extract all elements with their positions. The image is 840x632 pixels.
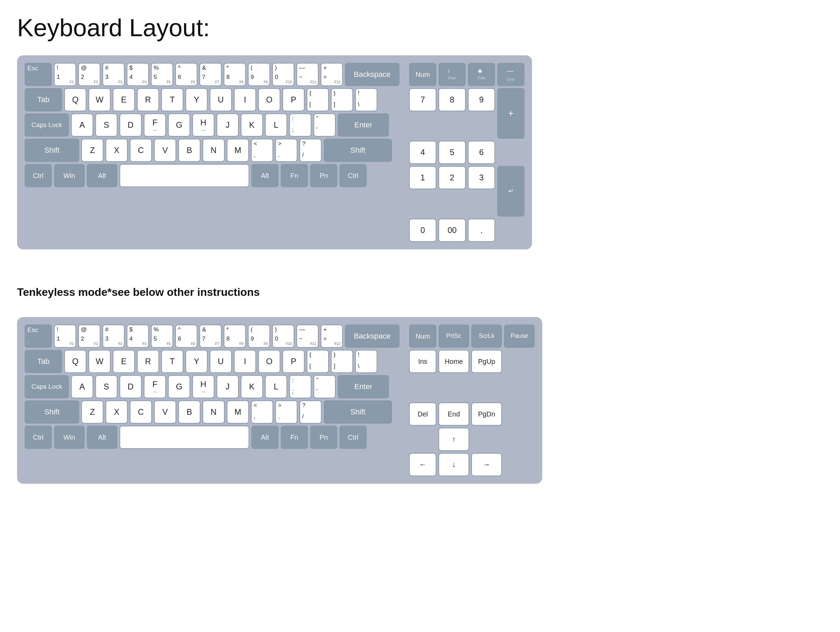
key-ralt[interactable]: Alt [251,164,279,187]
tkl-key-enter[interactable]: Enter [338,375,389,398]
tkl-key-minus[interactable]: — − F11 [296,325,319,348]
key-semicolon[interactable]: : ; [289,113,311,137]
tkl-key-1[interactable]: ! 1 F1 [54,325,76,348]
key-numdec[interactable]: . [468,219,495,242]
key-num3[interactable]: 3 [468,166,495,189]
tkl-key-u[interactable]: U [210,350,232,373]
tkl-key-a[interactable]: A [71,375,93,398]
tkl-key-fn[interactable]: Fn [281,426,308,449]
tkl-key-esc[interactable]: Esc ~ [25,325,52,348]
key-enter[interactable]: Enter [338,113,389,137]
tkl-key-prtsc[interactable]: PrtSc [439,325,469,348]
tkl-key-lalt[interactable]: Alt [87,426,117,449]
key-n[interactable]: N [202,139,225,162]
key-m[interactable]: M [227,139,249,162]
tkl-key-f[interactable]: F — [144,375,166,398]
tkl-key-del[interactable]: Del [409,402,436,426]
key-numlock[interactable]: Num [409,63,436,86]
tkl-key-comma[interactable]: < , [251,401,273,424]
key-u[interactable]: U [210,88,232,111]
tkl-key-ralt[interactable]: Alt [251,426,279,449]
key-d[interactable]: D [120,113,142,137]
tkl-key-down[interactable]: ↓ [439,453,469,476]
key-num0[interactable]: 0 [409,219,436,242]
tkl-key-q[interactable]: Q [64,350,86,373]
key-1[interactable]: ! 1 F1 [54,63,76,86]
tkl-key-h[interactable]: H — [192,375,215,398]
tkl-key-left[interactable]: ← [409,453,436,476]
tkl-key-i[interactable]: I [234,350,256,373]
tkl-key-slash[interactable]: ? / [300,401,322,424]
tkl-key-8[interactable]: * 8 F8 [224,325,246,348]
tkl-key-2[interactable]: @ 2 F2 [78,325,100,348]
key-period[interactable]: > . [275,139,297,162]
tkl-key-l[interactable]: L [265,375,287,398]
tkl-key-v[interactable]: V [154,401,176,424]
tkl-key-y[interactable]: Y [185,350,208,373]
tkl-key-rctrl[interactable]: Ctrl [339,426,367,449]
tkl-key-backspace[interactable]: Backspace [345,325,399,348]
key-g[interactable]: G [168,113,190,137]
tkl-key-b[interactable]: B [178,401,201,424]
key-w[interactable]: W [88,88,111,111]
tkl-key-k[interactable]: K [241,375,263,398]
key-comma[interactable]: < , [251,139,273,162]
tkl-key-s[interactable]: S [95,375,117,398]
key-o[interactable]: O [258,88,280,111]
tkl-key-c[interactable]: C [130,401,152,424]
key-equals[interactable]: + = F12 [321,63,343,86]
key-8[interactable]: * 8 F8 [224,63,246,86]
tkl-key-o[interactable]: O [258,350,280,373]
tkl-key-home[interactable]: Home [439,350,469,373]
key-7[interactable]: & 7 F7 [199,63,222,86]
tkl-key-scrlk[interactable]: ScrLk [471,325,502,348]
tkl-key-5[interactable]: % 5 F5 [151,325,173,348]
tkl-key-quote[interactable]: " ' [313,375,336,398]
key-backslash[interactable]: ! \ [355,88,377,111]
key-capslock[interactable]: Caps Lock [25,113,69,137]
key-r[interactable]: R [137,88,159,111]
key-lbracket[interactable]: { [ [306,88,329,111]
tkl-key-up[interactable]: ↑ [439,428,469,451]
tkl-key-space[interactable] [120,426,249,449]
key-num1[interactable]: 1 [409,166,436,189]
key-slash[interactable]: ? / [300,139,322,162]
key-space[interactable] [120,164,249,187]
tkl-key-rbracket[interactable]: } ] [331,350,353,373]
key-num6[interactable]: 6 [468,141,495,164]
key-c[interactable]: C [130,139,152,162]
tkl-key-p[interactable]: P [283,350,305,373]
key-minus[interactable]: — − F11 [296,63,319,86]
tkl-key-x[interactable]: X [106,401,128,424]
tkl-key-tab[interactable]: Tab [25,350,62,373]
tkl-key-n[interactable]: N [202,401,225,424]
key-f[interactable]: F — [144,113,166,137]
tkl-key-t[interactable]: T [161,350,183,373]
key-b[interactable]: B [178,139,201,162]
key-k[interactable]: K [241,113,263,137]
tkl-key-0[interactable]: ) 0 F10 [272,325,294,348]
key-2[interactable]: @ 2 F2 [78,63,100,86]
key-num9[interactable]: 9 [468,88,495,111]
tkl-key-pgup[interactable]: PgUp [471,350,502,373]
key-lctrl[interactable]: Ctrl [25,164,52,187]
key-num00[interactable]: 00 [439,219,466,242]
key-a[interactable]: A [71,113,93,137]
key-0[interactable]: ) 0 F10 [272,63,294,86]
key-z[interactable]: Z [81,139,103,162]
key-numdiv[interactable]: /Over [439,63,466,86]
key-win[interactable]: Win [54,164,85,187]
key-i[interactable]: I [234,88,256,111]
key-fn[interactable]: Fn [281,164,308,187]
key-tab[interactable]: Tab [25,88,62,111]
tkl-key-g[interactable]: G [168,375,190,398]
key-x[interactable]: X [106,139,128,162]
tkl-key-z[interactable]: Z [81,401,103,424]
key-h[interactable]: H — [192,113,215,137]
key-pn[interactable]: Pn [310,164,337,187]
key-lalt[interactable]: Alt [87,164,117,187]
key-q[interactable]: Q [64,88,86,111]
key-num7[interactable]: 7 [409,88,436,111]
tkl-key-r[interactable]: R [137,350,159,373]
key-9[interactable]: ( 9 F9 [248,63,270,86]
